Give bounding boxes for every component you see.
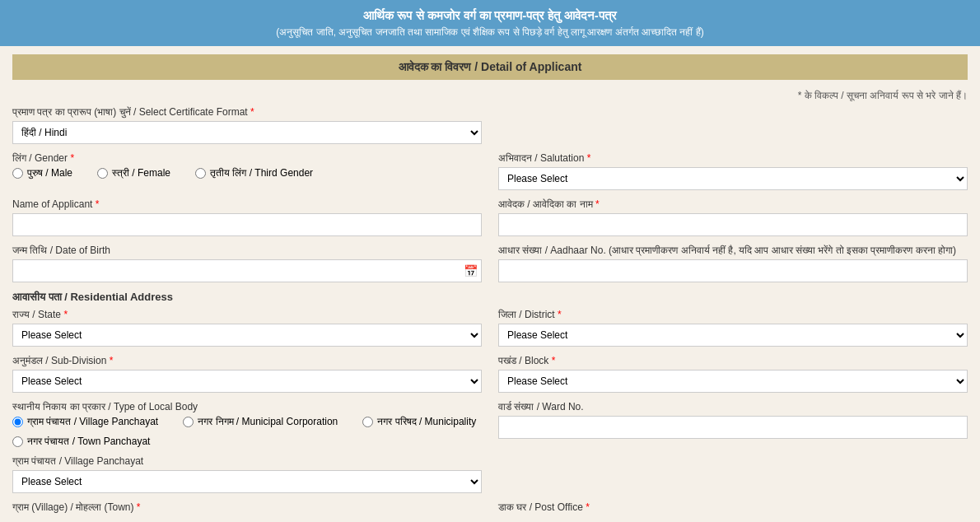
required-note: * के विकल्प / सूचना अनिवार्य रूप से भरे … (12, 90, 968, 101)
state-select[interactable]: Please Select (12, 324, 482, 347)
state-col: राज्य / State * Please Select (12, 309, 482, 347)
village-label: ग्राम (Village) / मोहल्ला (Town) * (12, 501, 482, 513)
name-input[interactable] (12, 213, 482, 236)
gender-third-option[interactable]: तृतीय लिंग / Third Gender (195, 167, 313, 179)
village-panchayat-right-spacer (498, 455, 968, 493)
subdivision-col: अनुमंडल / Sub-Division * Please Select (12, 355, 482, 393)
salutation-col: अभिवादन / Salutation * Please Select (498, 152, 968, 190)
gender-male-option[interactable]: पुरुष / Male (12, 167, 72, 179)
village-postoffice-row: ग्राम (Village) / मोहल्ला (Town) * डाक घ… (12, 501, 968, 516)
state-label: राज्य / State * (12, 309, 482, 320)
village-col: ग्राम (Village) / मोहल्ला (Town) * (12, 501, 482, 516)
subdivision-label: अनुमंडल / Sub-Division * (12, 355, 482, 366)
post-office-label: डाक घर / Post Office * (498, 501, 968, 513)
cert-format-row: प्रमाण पत्र का प्रारूप (भाषा) चुनें / Se… (12, 106, 968, 144)
localbody-label: स्थानीय निकाय का प्रकार / Type of Local … (12, 401, 482, 412)
dob-input[interactable] (12, 259, 482, 282)
ward-label: वार्ड संख्या / Ward No. (498, 401, 968, 412)
cert-format-col: प्रमाण पत्र का प्रारूप (भाषा) चुनें / Se… (12, 106, 482, 144)
gender-salutation-row: लिंग / Gender * पुरुष / Male स्त्री / Fe… (12, 152, 968, 190)
district-label: जिला / District * (498, 309, 968, 320)
ward-col: वार्ड संख्या / Ward No. (498, 401, 968, 447)
header-subtitle: (अनुसूचित जाति, अनुसूचित जनजाति तथा सामा… (16, 26, 964, 38)
address-section: आवासीय पता / Residential Address राज्य /… (12, 291, 968, 516)
name-row: Name of Applicant * आवेदक / आवेदिका का न… (12, 198, 968, 236)
village-panchayat-row: ग्राम पंचायत / Village Panchayat Please … (12, 455, 968, 493)
gender-col: लिंग / Gender * पुरुष / Male स्त्री / Fe… (12, 152, 482, 190)
form-container: आवेदक का विवरण / Detail of Applicant * क… (0, 46, 980, 522)
salutation-label: अभिवादन / Salutation * (498, 152, 968, 164)
name-label: Name of Applicant * (12, 198, 482, 210)
block-select[interactable]: Please Select (498, 370, 968, 393)
date-wrapper: 📅 (12, 259, 482, 282)
nagar-parishad-radio[interactable] (362, 417, 373, 427)
nagar-nigam-radio[interactable] (183, 417, 194, 427)
nagar-nigam-option[interactable]: नगर निगम / Municipal Corporation (183, 416, 338, 427)
spacer-col (498, 106, 968, 144)
block-col: पखंड / Block * Please Select (498, 355, 968, 393)
subdivision-select[interactable]: Please Select (12, 370, 482, 393)
cert-format-label: प्रमाण पत्र का प्रारूप (भाषा) चुनें / Se… (12, 106, 482, 118)
gender-male-radio[interactable] (12, 168, 23, 179)
state-district-row: राज्य / State * Please Select जिला / Dis… (12, 309, 968, 347)
header-title: आर्थिक रूप से कमजोर वर्ग का प्रमाण-पत्र … (16, 8, 964, 23)
aadhaar-label: आधार संख्या / Aadhaar No. (आधार प्रमाणीक… (498, 245, 968, 256)
district-select[interactable]: Please Select (498, 324, 968, 347)
aadhaar-input[interactable] (498, 259, 968, 282)
name-hindi-col: आवेदक / आवेदिका का नाम * (498, 198, 968, 236)
name-english-col: Name of Applicant * (12, 198, 482, 236)
block-label: पखंड / Block * (498, 355, 968, 366)
nagar-panchayat-radio[interactable] (12, 436, 23, 447)
localbody-col: स्थानीय निकाय का प्रकार / Type of Local … (12, 401, 482, 447)
gram-panchayat-radio[interactable] (12, 417, 23, 427)
localbody-ward-row: स्थानीय निकाय का प्रकार / Type of Local … (12, 401, 968, 447)
section-header: आवेदक का विवरण / Detail of Applicant (12, 54, 968, 80)
gender-third-radio[interactable] (195, 168, 206, 179)
subdivision-block-row: अनुमंडल / Sub-Division * Please Select प… (12, 355, 968, 393)
dob-label: जन्म तिथि / Date of Birth (12, 245, 482, 256)
dob-col: जन्म तिथि / Date of Birth 📅 (12, 245, 482, 282)
gender-female-option[interactable]: स्त्री / Female (97, 167, 170, 179)
gram-panchayat-option[interactable]: ग्राम पंचायत / Village Panchayat (12, 416, 158, 427)
gender-options: पुरुष / Male स्त्री / Female तृतीय लिंग … (12, 167, 482, 179)
address-title: आवासीय पता / Residential Address (12, 291, 968, 304)
post-office-col: डाक घर / Post Office * (498, 501, 968, 516)
aadhaar-col: आधार संख्या / Aadhaar No. (आधार प्रमाणीक… (498, 245, 968, 282)
cert-format-select[interactable]: हिंदी / Hindi (12, 121, 482, 144)
dob-aadhaar-row: जन्म तिथि / Date of Birth 📅 आधार संख्या … (12, 245, 968, 282)
name-hindi-label: आवेदक / आवेदिका का नाम * (498, 198, 968, 210)
gender-female-radio[interactable] (97, 168, 108, 179)
village-panchayat-select[interactable]: Please Select (12, 470, 482, 493)
nagar-parishad-option[interactable]: नगर परिषद / Municipality (362, 416, 476, 427)
nagar-panchayat-option[interactable]: नगर पंचायत / Town Panchayat (12, 436, 150, 447)
district-col: जिला / District * Please Select (498, 309, 968, 347)
salutation-select[interactable]: Please Select (498, 167, 968, 190)
village-panchayat-section-label: ग्राम पंचायत / Village Panchayat (12, 455, 482, 467)
ward-input[interactable] (498, 416, 968, 439)
gender-label: लिंग / Gender * (12, 152, 482, 164)
localbody-options: ग्राम पंचायत / Village Panchayat नगर निग… (12, 416, 482, 447)
name-hindi-input[interactable] (498, 213, 968, 236)
page-header: आर्थिक रूप से कमजोर वर्ग का प्रमाण-पत्र … (0, 0, 980, 46)
village-panchayat-col: ग्राम पंचायत / Village Panchayat Please … (12, 455, 482, 493)
